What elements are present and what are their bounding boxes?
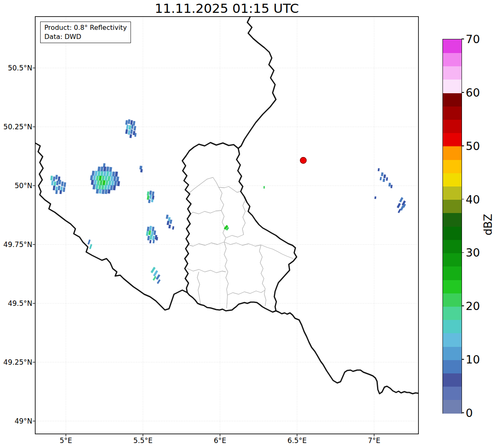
country-border [182,143,297,312]
radar-echo-cell [172,226,174,230]
data-source-line: Data: DWD [44,32,127,41]
radar-echo-cell [150,235,152,240]
radar-echo-cell [89,244,92,249]
radar-echo-cell [168,225,171,229]
radar-echo-cell [102,180,105,186]
radar-echo-cell [91,180,94,185]
colorbar-tick-label: 50 [466,140,480,151]
longitude-tick-label: 6.5°E [288,436,307,445]
radar-echo-cell [128,130,130,135]
radar-echo-cell [126,125,128,130]
radar-echo-cell [130,120,133,125]
colorbar-segment [443,133,462,147]
radar-echo-cell [58,186,60,190]
longitude-tick-label: 5.5°E [133,436,152,445]
colorbar-segment [443,240,462,253]
axis-ticks [33,68,374,436]
colorbar-segment [443,387,462,400]
radar-echo-cell [149,226,152,231]
colorbar-tick-mark [462,412,464,413]
radar-echo-cell [92,184,95,190]
colorbar-segment [443,280,462,293]
colorbar-tick-mark [462,199,464,200]
radar-echo-cell [125,120,128,125]
radar-echo-cell [149,195,152,199]
colorbar-tick-mark [462,92,464,93]
radar-echo-cell [97,171,100,177]
colorbar-tick-mark [462,145,464,146]
radar-echo-cell [99,176,102,181]
colorbar-tick-mark [462,252,464,253]
longitude-tick-label: 7°E [368,436,380,445]
country-borders [35,17,418,394]
radar-echo-cell [153,270,158,276]
radar-echo-cell [378,168,380,171]
radar-echo-cell [114,181,117,186]
district-border [224,242,293,259]
radar-echo-cell [152,191,154,196]
radar-echo-cell [95,184,98,190]
radar-echo-cell [53,186,55,190]
radar-echo-cell [102,176,104,181]
radar-echo-cell [99,180,102,186]
product-info-box: Product: 0.8° Reflectivity Data: DWD [40,22,131,43]
radar-echo-cell [130,129,133,134]
district-border [188,211,221,216]
radar-echo-cell [61,182,63,186]
colorbar-segment [443,333,462,347]
radar-echo-cell [166,215,169,219]
colorbar-tick-mark [462,305,464,306]
district-border [187,177,241,195]
district-border [226,197,245,238]
radar-echo-cell [104,189,107,194]
radar-echo-cell [152,236,155,241]
radar-echo-cell [97,167,100,172]
colorbar-segment [443,160,462,173]
radar-echo-cell [146,231,148,236]
radar-echo-cell [152,240,155,243]
radar-echo-cell [147,191,149,196]
radar-echo-cell [106,171,109,177]
radar-echo-cell [147,196,149,200]
colorbar-tick-mark [462,359,464,360]
radar-echo-cell [56,181,58,185]
district-border [187,242,224,246]
radar-echo-cell [140,169,143,173]
radar-echo-cell [109,167,112,172]
radar-echo-cell [380,177,382,180]
radar-echo-cell [113,176,116,182]
colorbar-segment [443,346,462,360]
radar-echo-cell [94,180,97,185]
radar-echo-cell [157,279,160,284]
radar-echo-cell [105,180,108,186]
country-border [238,17,276,148]
radar-echo-cell [382,179,385,182]
radar-figure: 11.11.2025 01:15 UTC Product: 0.8° Refle… [0,0,498,448]
radar-echo-cell [93,175,96,181]
radar-echo-cell [106,167,109,172]
radar-echo-cell [104,185,107,190]
radar-echo-cell [51,181,53,185]
radar-echo-cell [128,125,131,130]
colorbar-segment [443,53,462,66]
colorbar-segment [443,66,462,80]
radar-echo-cell [156,274,160,280]
district-borders [187,177,293,308]
radar-echo-cell [102,189,104,194]
radar-echo-cell [150,267,155,273]
radar-station-marker [300,157,307,164]
colorbar-segment [443,200,462,213]
radar-echo-cell [53,182,56,186]
latitude-tick-label: 50.25°N [0,123,32,131]
radar-echo-cell [92,171,94,176]
radar-echo-cell [100,167,103,172]
radar-echo-cell [112,172,115,177]
colorbar-tick-mark [462,39,464,39]
radar-echo-cell [111,181,114,186]
latitude-tick-label: 49.75°N [0,240,32,249]
radar-echo-cell [398,209,401,213]
district-border [227,290,265,295]
radar-echo-cell [399,197,403,203]
radar-echo-cell [109,172,112,177]
colorbar-tick-label: 0 [466,407,473,419]
